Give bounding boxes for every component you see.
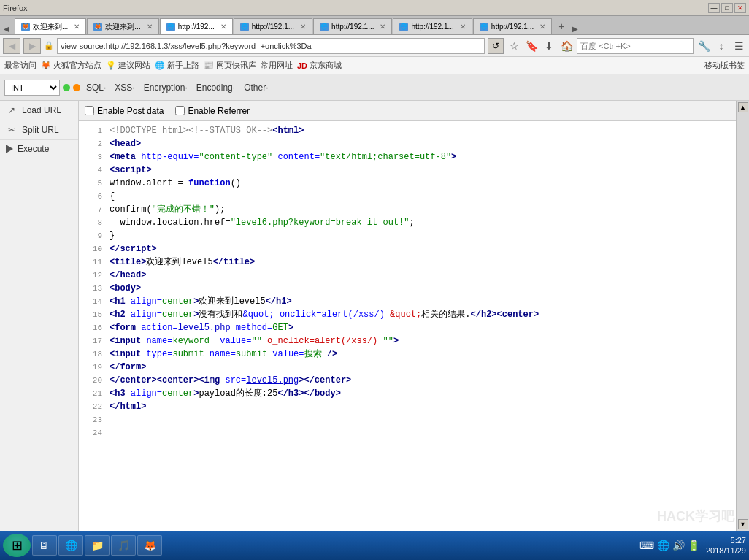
tab-2[interactable]: 🌐 http://192... ✕ [160, 18, 233, 34]
enable-referrer-text: Enable Referrer [188, 106, 250, 116]
bookmark-star-icon[interactable]: ☆ [507, 39, 521, 53]
encoding-menu[interactable]: Encoding· [193, 81, 238, 94]
code-content: confirm("完成的不错！"); [110, 203, 733, 216]
code-line: 1<!DOCTYPE html><!--STATUS OK--><html> [79, 124, 736, 137]
url-input[interactable] [57, 38, 485, 54]
tab-1[interactable]: 🦊 欢迎来到... ✕ [87, 18, 158, 34]
refresh-button[interactable]: ↺ [488, 38, 504, 54]
sidebar: ↗ Load URL ✂ Split URL Execute [0, 101, 79, 531]
split-url-button[interactable]: ✂ Split URL [0, 120, 78, 140]
code-content: <script> [110, 164, 733, 177]
forward-button[interactable]: ▶ [23, 38, 41, 54]
bookmark-suggest-label: 建议网站 [118, 60, 150, 71]
minimize-button[interactable]: — [708, 3, 720, 13]
bookmark-common[interactable]: 常用网址 [261, 60, 293, 71]
execute-button[interactable]: Execute [0, 140, 78, 158]
home-icon[interactable]: 🏠 [559, 39, 574, 53]
bookmark-jd-label: 京东商城 [310, 60, 342, 71]
code-line: 22</html> [79, 400, 736, 413]
restore-button[interactable]: □ [721, 3, 733, 13]
tab-close-3[interactable]: ✕ [300, 23, 306, 31]
load-url-button[interactable]: ↗ Load URL [0, 101, 78, 120]
code-line: 2<head> [79, 137, 736, 150]
enable-post-checkbox[interactable] [85, 106, 94, 115]
tab-close-6[interactable]: ✕ [539, 23, 545, 31]
tab-label-4: http://192.1... [331, 23, 374, 31]
lock-icon: 🔒 [44, 41, 54, 51]
line-number: 17 [82, 334, 102, 348]
scrollbar[interactable]: ▲ ▼ [736, 101, 749, 531]
tab-next-button[interactable]: ▶ [570, 23, 580, 34]
line-number: 21 [82, 387, 102, 400]
code-content: <meta http-equiv="content-type" content=… [110, 150, 733, 164]
load-url-label: Load URL [22, 105, 61, 115]
line-number: 1 [82, 124, 102, 137]
new-tab-button[interactable]: + [554, 18, 569, 34]
tab-label-6: http://192.1... [491, 23, 534, 31]
tab-6[interactable]: 🌐 http://192.1... ✕ [473, 18, 552, 34]
line-number: 20 [82, 374, 102, 387]
code-line: 15<h2 align=center>没有找到和&quot; onclick=a… [79, 308, 736, 321]
other-menu[interactable]: Other· [241, 81, 271, 94]
bookmark-newbie[interactable]: 🌐 新手上路 [155, 60, 199, 71]
scroll-down-button[interactable]: ▼ [738, 519, 748, 529]
search-input[interactable] [577, 38, 694, 54]
download-icon[interactable]: ⬇ [542, 39, 556, 53]
sync-icon[interactable]: ↕ [714, 39, 729, 53]
tab-close-4[interactable]: ✕ [380, 23, 385, 31]
menu-icon[interactable]: ☰ [731, 39, 746, 53]
enable-referrer-checkbox[interactable] [175, 106, 185, 115]
bookmark-firefox-official[interactable]: 🦊 火狐官方站点 [41, 60, 101, 71]
code-line: 20</center><center><img src=level5.png><… [79, 374, 736, 387]
tab-4[interactable]: 🌐 http://192.1... ✕ [313, 18, 392, 34]
tab-5[interactable]: 🌐 http://192.1... ✕ [393, 18, 472, 34]
code-content: <form action=level5.php method=GET> [110, 321, 733, 334]
tab-close-1[interactable]: ✕ [147, 23, 153, 31]
scroll-up-button[interactable]: ▲ [738, 102, 748, 112]
tab-bar: ◀ 🦊 欢迎来到... ✕ 🦊 欢迎来到... ✕ 🌐 http://192..… [0, 16, 749, 35]
tab-favicon-6: 🌐 [480, 23, 488, 31]
enable-post-label[interactable]: Enable Post data [85, 106, 164, 116]
code-content: </script> [110, 242, 733, 256]
tab-close-2[interactable]: ✕ [220, 23, 226, 31]
tab-label-1: 欢迎来到... [105, 22, 140, 32]
code-content: </center><center><img src=level5.png></c… [110, 374, 733, 387]
back-button[interactable]: ◀ [3, 38, 20, 54]
tab-favicon-3: 🌐 [240, 23, 249, 31]
load-url-icon: ↗ [6, 104, 18, 116]
code-content: } [110, 229, 733, 242]
tab-nav: ◀ [1, 23, 12, 34]
code-line: 17<input name=keyword value="" o_nclick=… [79, 334, 736, 348]
tab-label-5: http://192.1... [411, 23, 453, 31]
code-line: 18<input type=submit name=submit value=搜… [79, 348, 736, 361]
code-content: <title>欢迎来到level5</title> [110, 256, 733, 269]
checkbox-row: Enable Post data Enable Referrer [79, 101, 736, 121]
most-visited-label: 最常访问 [4, 60, 37, 71]
bookmark-news[interactable]: 📰 网页快讯库 [204, 60, 256, 71]
bookmark-most-visited[interactable]: 最常访问 [4, 60, 37, 71]
dev-tools-icon[interactable]: 🔧 [696, 39, 711, 53]
close-button[interactable]: ✕ [734, 3, 746, 13]
tab-close-0[interactable]: ✕ [74, 23, 80, 31]
line-number: 4 [82, 164, 102, 177]
int-select[interactable]: INT STR SEARCH [4, 80, 60, 96]
line-number: 9 [82, 229, 102, 242]
tab-prev-button[interactable]: ◀ [1, 23, 12, 34]
mobile-bookmarks[interactable]: 移动版书签 [704, 60, 745, 71]
code-line: 21<h3 align=center>payload的长度:25</h3></b… [79, 387, 736, 400]
enable-referrer-label[interactable]: Enable Referrer [175, 106, 250, 116]
tab-0[interactable]: 🦊 欢迎来到... ✕ [15, 18, 86, 34]
sql-menu[interactable]: SQL· [83, 81, 109, 94]
bookmark-jd[interactable]: JD 京东商城 [297, 60, 342, 71]
code-line: 14<h1 align=center>欢迎来到level5</h1> [79, 295, 736, 308]
tab-3[interactable]: 🌐 http://192.1... ✕ [234, 18, 312, 34]
bookmark-suggest[interactable]: 💡 建议网站 [106, 60, 150, 71]
orange-indicator [73, 84, 80, 91]
code-content: <h1 align=center>欢迎来到level5</h1> [110, 295, 733, 308]
bookmark-manage-icon[interactable]: 🔖 [524, 39, 539, 53]
xss-menu[interactable]: XSS· [112, 81, 137, 94]
line-number: 12 [82, 269, 102, 282]
encryption-menu[interactable]: Encryption· [141, 81, 191, 94]
code-content: </form> [110, 361, 733, 374]
tab-close-5[interactable]: ✕ [460, 23, 466, 31]
